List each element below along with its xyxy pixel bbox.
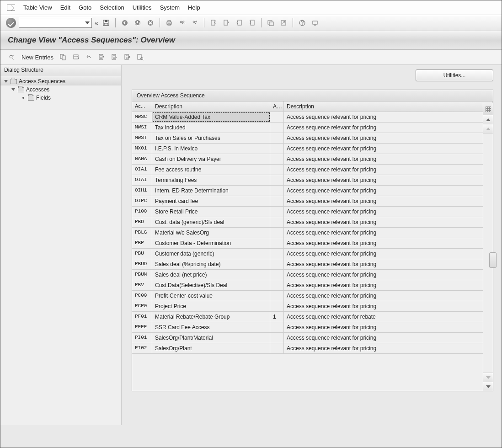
table-row[interactable]: PBDCust. data (generic)/Sls dealAccess s… — [132, 217, 493, 228]
cell-ac[interactable]: PBLG — [132, 228, 152, 238]
cell-a[interactable] — [270, 259, 284, 269]
cell-description[interactable]: SalesOrg/Plant — [152, 343, 270, 353]
cell-description[interactable]: Cash on Delivery via Payer — [152, 154, 270, 164]
cell-ac[interactable]: MWSI — [132, 123, 152, 133]
col-ac[interactable]: Ac... — [132, 101, 152, 112]
cell-a[interactable] — [270, 133, 284, 143]
cell-a[interactable] — [270, 301, 284, 311]
window-menu-icon[interactable] — [7, 5, 15, 11]
exit-icon[interactable] — [133, 18, 143, 28]
cell-ac[interactable]: PBV — [132, 280, 152, 290]
cancel-icon[interactable] — [145, 18, 155, 28]
new-entries-button[interactable]: New Entries — [20, 53, 55, 62]
cell-a[interactable]: 1 — [270, 312, 284, 322]
cell-ac[interactable]: NANA — [132, 154, 152, 164]
table-row[interactable]: PI02SalesOrg/PlantAccess sequence releva… — [132, 343, 493, 354]
print-view-icon[interactable] — [135, 53, 145, 62]
cell-ac[interactable]: PF01 — [132, 312, 152, 322]
first-page-icon[interactable] — [208, 18, 219, 28]
menu-selection[interactable]: Selection — [100, 4, 124, 11]
menu-table-view[interactable]: Table View — [23, 4, 52, 11]
utilities-button[interactable]: Utilities... — [416, 69, 493, 81]
deselect-all-icon[interactable] — [122, 53, 132, 62]
undo-icon[interactable] — [84, 53, 94, 62]
cell-description[interactable]: CRM Value-Added Tax — [152, 112, 270, 122]
cell-ac[interactable]: PBUN — [132, 270, 152, 280]
cell-description[interactable]: Profit-Center-cost value — [152, 291, 270, 301]
cell-a[interactable] — [270, 333, 284, 343]
cell-ac[interactable]: PBUD — [132, 259, 152, 269]
tree-node-fields[interactable]: Fields — [0, 94, 121, 102]
cell-description[interactable]: Project Price — [152, 301, 270, 311]
cell-a[interactable] — [270, 249, 284, 259]
cell-description[interactable]: Intern. ED Rate Determination — [152, 186, 270, 196]
menu-goto[interactable]: Goto — [79, 4, 91, 11]
table-row[interactable]: OIA1Fee access routineAccess sequence re… — [132, 165, 493, 175]
menu-help[interactable]: Help — [188, 4, 200, 11]
table-row[interactable]: PBUDSales deal (%/pricing date)Access se… — [132, 259, 493, 270]
print-icon[interactable] — [164, 18, 174, 28]
cell-ac[interactable]: PC00 — [132, 291, 152, 301]
table-row[interactable]: MX01I.E.P.S. in MexicoAccess sequence re… — [132, 144, 493, 154]
table-row[interactable]: PBLGMaterial w/o SalesOrgAccess sequence… — [132, 228, 493, 238]
scroll-down-step-icon[interactable] — [483, 373, 493, 382]
table-row[interactable]: MWSCCRM Value-Added TaxAccess sequence r… — [132, 112, 493, 123]
find-next-icon[interactable] — [190, 18, 200, 28]
cell-ac[interactable]: MX01 — [132, 144, 152, 154]
cell-ac[interactable]: PBD — [132, 217, 152, 227]
table-row[interactable]: NANACash on Delivery via PayerAccess seq… — [132, 154, 493, 165]
table-row[interactable]: PBUCustomer data (generic)Access sequenc… — [132, 249, 493, 259]
table-row[interactable]: PCP0Project PriceAccess sequence relevan… — [132, 301, 493, 312]
menu-edit[interactable]: Edit — [60, 4, 70, 11]
col-a[interactable]: A... — [270, 101, 284, 112]
cell-description[interactable]: I.E.P.S. in Mexico — [152, 144, 270, 154]
cell-description[interactable]: Payment card fee — [152, 196, 270, 206]
last-page-icon[interactable] — [247, 18, 257, 28]
select-block-icon[interactable] — [109, 53, 119, 62]
cell-ac[interactable]: PI02 — [132, 343, 152, 353]
scroll-up-icon[interactable] — [483, 115, 493, 124]
col-description2[interactable]: Description — [284, 101, 493, 112]
cell-a[interactable] — [270, 175, 284, 185]
cell-description[interactable]: Sales deal (%/pricing date) — [152, 259, 270, 269]
cell-description[interactable]: Tax included — [152, 123, 270, 133]
cell-description[interactable]: SalesOrg/Plant/Material — [152, 333, 270, 343]
cell-ac[interactable]: PFEE — [132, 322, 152, 332]
delete-icon[interactable] — [71, 53, 81, 62]
cell-a[interactable] — [270, 322, 284, 332]
cell-description[interactable]: Fee access routine — [152, 165, 270, 175]
table-row[interactable]: PC00Profit-Center-cost valueAccess seque… — [132, 291, 493, 301]
cell-a[interactable] — [270, 207, 284, 217]
shortcut-icon[interactable] — [278, 18, 288, 28]
command-field[interactable] — [19, 18, 92, 28]
scroll-thumb[interactable] — [489, 252, 497, 268]
cell-description[interactable]: Material w/o SalesOrg — [152, 228, 270, 238]
cell-a[interactable] — [270, 280, 284, 290]
cell-description[interactable]: Tax on Sales or Purchases — [152, 133, 270, 143]
cell-description[interactable]: Terminaling Fees — [152, 175, 270, 185]
new-session-icon[interactable] — [266, 18, 276, 28]
enter-icon[interactable] — [6, 18, 16, 28]
cell-ac[interactable]: OIAI — [132, 175, 152, 185]
table-row[interactable]: PI01SalesOrg/Plant/MaterialAccess sequen… — [132, 333, 493, 343]
table-row[interactable]: OIH1Intern. ED Rate DeterminationAccess … — [132, 186, 493, 196]
cell-ac[interactable]: MWSC — [132, 112, 152, 122]
menu-utilities[interactable]: Utilities — [133, 4, 152, 11]
cell-a[interactable] — [270, 196, 284, 206]
table-row[interactable]: PBUNSales deal (net price)Access sequenc… — [132, 270, 493, 280]
cell-description[interactable]: Store Retail Price — [152, 207, 270, 217]
next-page-icon[interactable] — [234, 18, 244, 28]
table-row[interactable]: PBVCust.Data(Selective)/Sls DealAccess s… — [132, 280, 493, 291]
table-row[interactable]: OIAITerminaling FeesAccess sequence rele… — [132, 175, 493, 186]
tree-node-accesses[interactable]: Accesses — [0, 85, 121, 94]
cell-description[interactable]: Customer data (generic) — [152, 249, 270, 259]
menu-system[interactable]: System — [160, 4, 180, 11]
save-icon[interactable] — [101, 18, 111, 28]
cell-description[interactable]: Customer Data - Determination — [152, 238, 270, 248]
cell-ac[interactable]: PBU — [132, 249, 152, 259]
cell-a[interactable] — [270, 123, 284, 133]
cell-a[interactable] — [270, 112, 284, 122]
configure-columns-icon[interactable] — [483, 103, 493, 115]
cell-ac[interactable]: PI01 — [132, 333, 152, 343]
scroll-up-step-icon[interactable] — [483, 124, 493, 133]
